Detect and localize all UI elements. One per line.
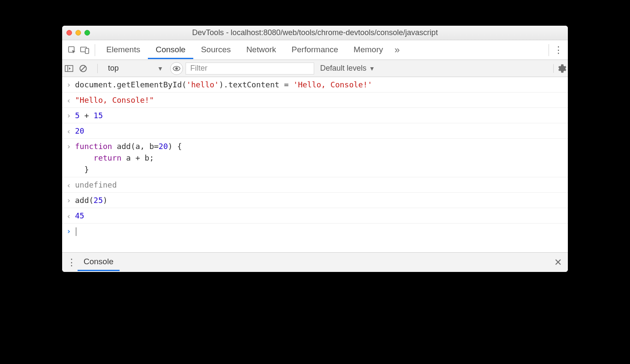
console-content: "Hello, Console!" (75, 94, 154, 106)
window-title: DevTools - localhost:8080/web/tools/chro… (62, 28, 568, 37)
output-indicator-icon: ‹ (66, 179, 75, 191)
drawer: ⋮ Console ✕ (62, 252, 568, 272)
output-indicator-icon: ‹ (66, 210, 75, 222)
chevron-down-icon: ▼ (157, 65, 163, 72)
tab-memory[interactable]: Memory (346, 41, 391, 59)
console-output-row: ‹45 (62, 208, 568, 224)
divider (549, 44, 549, 56)
tab-sources[interactable]: Sources (193, 41, 239, 59)
drawer-menu-button[interactable]: ⋮ (66, 257, 78, 268)
console-output-row: ‹"Hello, Console!" (62, 92, 568, 108)
input-indicator-icon: › (66, 225, 75, 237)
divider (97, 64, 98, 73)
input-indicator-icon: › (66, 110, 75, 121)
panel-tabs: ElementsConsoleSourcesNetworkPerformance… (99, 41, 391, 59)
input-indicator-icon: › (66, 194, 75, 206)
filter-input[interactable] (186, 63, 314, 75)
text-caret (76, 227, 76, 236)
minimize-window-button[interactable] (75, 30, 81, 36)
svg-point-8 (175, 67, 178, 70)
devtools-tabstrip: ElementsConsoleSourcesNetworkPerformance… (62, 40, 568, 60)
console-input-row: ›add(25) (62, 193, 568, 208)
tab-performance[interactable]: Performance (284, 41, 346, 59)
console-blank-area[interactable] (62, 239, 568, 252)
svg-line-6 (81, 66, 85, 71)
tab-elements[interactable]: Elements (99, 41, 148, 59)
log-levels-selector[interactable]: Default levels ▼ (317, 64, 378, 73)
console-content (75, 225, 76, 237)
close-drawer-button[interactable]: ✕ (552, 257, 564, 268)
output-indicator-icon: ‹ (66, 125, 75, 137)
console-output-row: ‹undefined (62, 177, 568, 193)
console-toolbar: top ▼ Default levels ▼ (62, 60, 568, 77)
console-content: document.getElementById('hello').textCon… (75, 79, 372, 90)
console-settings-icon[interactable] (553, 64, 565, 73)
overflow-tabs-button[interactable]: » (391, 44, 404, 57)
titlebar: DevTools - localhost:8080/web/tools/chro… (62, 26, 568, 40)
toggle-sidebar-icon[interactable] (65, 65, 77, 72)
close-window-button[interactable] (66, 30, 72, 36)
console-content: 45 (75, 210, 84, 221)
input-indicator-icon: › (66, 140, 75, 152)
log-levels-label: Default levels (320, 64, 366, 73)
console-output-row: ‹20 (62, 123, 568, 139)
clear-console-icon[interactable] (79, 65, 91, 72)
console-content: 5 + 15 (75, 110, 103, 121)
chevron-down-icon: ▼ (369, 65, 375, 72)
devtools-menu-button[interactable]: ⋮ (552, 45, 564, 56)
output-indicator-icon: ‹ (66, 95, 75, 106)
execution-context-label: top (108, 64, 119, 73)
tab-network[interactable]: Network (239, 41, 284, 59)
console-input-row: ›document.getElementById('hello').textCo… (62, 77, 568, 92)
live-expression-icon[interactable] (170, 62, 183, 75)
zoom-window-button[interactable] (84, 30, 90, 36)
console-content: 20 (75, 125, 84, 137)
console-content: undefined (75, 179, 117, 191)
input-indicator-icon: › (66, 79, 75, 90)
console-content: add(25) (75, 194, 108, 206)
devtools-window: DevTools - localhost:8080/web/tools/chro… (62, 26, 568, 272)
divider (95, 44, 95, 56)
console-input-row: ›function add(a, b=20) { return a + b; } (62, 139, 568, 177)
execution-context-selector[interactable]: top ▼ (104, 63, 168, 74)
tab-console[interactable]: Console (148, 41, 193, 59)
console-content: function add(a, b=20) { return a + b; } (75, 140, 182, 175)
device-toolbar-icon[interactable] (78, 44, 91, 57)
console-prompt[interactable]: › (62, 224, 568, 239)
inspect-element-icon[interactable] (66, 44, 78, 57)
console-output[interactable]: ›document.getElementById('hello').textCo… (62, 77, 568, 239)
svg-rect-2 (85, 48, 89, 54)
drawer-tab-console[interactable]: Console (78, 254, 120, 271)
traffic-lights (66, 30, 90, 36)
console-input-row: ›5 + 15 (62, 108, 568, 123)
